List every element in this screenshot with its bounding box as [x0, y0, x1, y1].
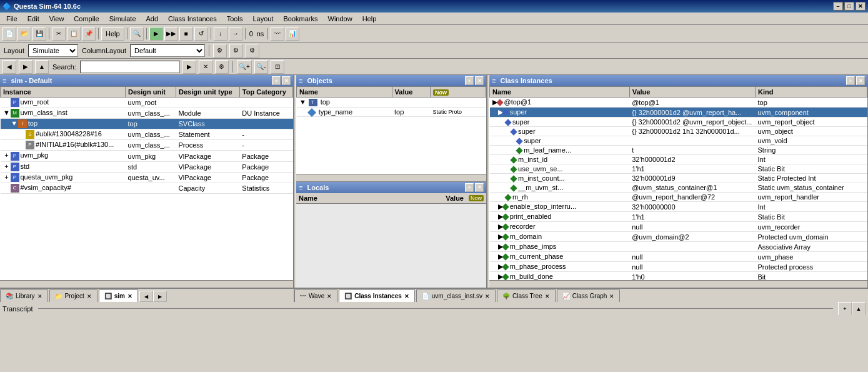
- search-opt[interactable]: ⚙: [215, 60, 229, 74]
- instance-row[interactable]: +Pstd std VlPackage Package: [1, 161, 293, 172]
- toggle-icon[interactable]: +: [3, 151, 11, 159]
- ci-row[interactable]: use_uvm_se... 1'h1 Static Bit: [490, 164, 867, 174]
- layout-combo[interactable]: Simulate: [28, 44, 78, 57]
- tab-sim[interactable]: 🔲 sim ✕: [99, 289, 138, 302]
- instance-row[interactable]: +Pquesta_uvm_pkg questa_uv... VlPackage …: [1, 172, 293, 183]
- ci-hscroll[interactable]: [489, 280, 867, 288]
- ci-row[interactable]: ▶m_build_done 1'h0 Bit: [490, 272, 867, 281]
- ci-row[interactable]: super {} 32h000001d2 @uvm_report_object.…: [490, 118, 867, 127]
- stop-button[interactable]: ■: [179, 27, 193, 41]
- obj-row-type-name[interactable]: type_name top Static Proto: [297, 108, 486, 117]
- instance-row[interactable]: P#INITIAL#16(#ublk#130... uvm_class_... …: [1, 140, 293, 151]
- copy-button[interactable]: 📋: [67, 27, 81, 41]
- tab-class-instances[interactable]: 🔲 Class Instances ✕: [339, 289, 415, 302]
- tab-ci-close[interactable]: ✕: [404, 293, 409, 299]
- tab-wave-close[interactable]: ✕: [327, 293, 332, 299]
- instance-close-button[interactable]: ✕: [282, 76, 291, 85]
- zoom-fit[interactable]: ⊡: [271, 60, 284, 74]
- objects-float[interactable]: +: [465, 76, 474, 85]
- forward-button[interactable]: ▶: [19, 60, 32, 74]
- layout-btn1[interactable]: ⚙: [213, 44, 227, 58]
- ci-row[interactable]: __m_uvm_st... @uvm_status_container@1 St…: [490, 183, 867, 193]
- tab-graph-close[interactable]: ✕: [609, 293, 614, 299]
- ci-close[interactable]: ✕: [856, 76, 865, 85]
- tab-wave[interactable]: 〰 Wave ✕: [294, 289, 337, 302]
- ci-row[interactable]: ▶m_current_phase null uvm_phase: [490, 252, 867, 262]
- restart-button[interactable]: ↺: [194, 27, 208, 41]
- paste-button[interactable]: 📌: [82, 27, 96, 41]
- layout-btn3[interactable]: ⚙: [246, 44, 259, 58]
- toggle-icon[interactable]: +: [3, 163, 11, 170]
- instance-float-button[interactable]: +: [272, 76, 281, 85]
- menu-layout[interactable]: Layout: [247, 14, 278, 24]
- compile-button[interactable]: ▶: [149, 27, 163, 41]
- menu-window[interactable]: Window: [323, 14, 357, 24]
- tab-scroll-left[interactable]: ◀: [139, 291, 153, 302]
- status-expand[interactable]: ▲: [852, 302, 866, 316]
- tab-class-graph[interactable]: 📈 Class Graph ✕: [557, 289, 621, 302]
- search-input[interactable]: [80, 61, 180, 73]
- toggle-icon[interactable]: ▼: [11, 119, 18, 127]
- save-button[interactable]: 💾: [32, 27, 46, 41]
- menu-tools[interactable]: Tools: [222, 14, 248, 24]
- close-button[interactable]: ✕: [856, 2, 866, 11]
- tab-library[interactable]: 📚 Library ✕: [0, 289, 48, 302]
- next-button[interactable]: →: [229, 27, 242, 41]
- instance-row[interactable]: S#ublk#130048228#16 uvm_class_... Statem…: [1, 129, 293, 140]
- signal-button[interactable]: 📊: [286, 27, 299, 41]
- instance-row[interactable]: ▼Itop top SVClass: [1, 119, 293, 129]
- help-button[interactable]: Help: [101, 27, 124, 41]
- menu-help[interactable]: Help: [357, 14, 382, 24]
- tab-tree-close[interactable]: ✕: [545, 293, 550, 299]
- tab-sv-close[interactable]: ✕: [485, 293, 490, 299]
- menu-edit[interactable]: Edit: [22, 14, 44, 24]
- ci-row[interactable]: super uvm_void: [490, 136, 867, 146]
- menu-view[interactable]: View: [44, 14, 69, 24]
- tab-sim-close[interactable]: ✕: [127, 293, 132, 299]
- tab-project[interactable]: 📁 Project ✕: [49, 289, 97, 302]
- search-go[interactable]: ▶: [182, 60, 196, 74]
- ci-row[interactable]: m_inst_count... 32'h000001d9 Static Prot…: [490, 174, 867, 183]
- toggle-icon[interactable]: +: [3, 173, 11, 181]
- ci-row[interactable]: ▶enable_stop_interru... 32'h00000000 Int: [490, 202, 867, 212]
- tab-project-close[interactable]: ✕: [87, 293, 92, 299]
- title-bar-controls[interactable]: – □ ✕: [833, 2, 866, 11]
- locals-float[interactable]: +: [465, 183, 474, 192]
- menu-add[interactable]: Add: [141, 14, 164, 24]
- zoom-out[interactable]: 🔍-: [254, 60, 268, 74]
- ci-row[interactable]: m_rh @uvm_report_handler@72 uvm_report_h…: [490, 193, 867, 202]
- instance-row[interactable]: ▼Muvm_class_inst uvm_class_... Module DU…: [1, 108, 293, 119]
- instance-row[interactable]: C#vsim_capacity# Capacity Statistics: [1, 183, 293, 193]
- obj-row-top[interactable]: ▼ T top: [297, 98, 486, 108]
- ci-row[interactable]: ▶m_phase_process null Protected process: [490, 262, 867, 272]
- open-button[interactable]: 📂: [17, 27, 31, 41]
- toggle-icon[interactable]: ▼: [3, 109, 11, 116]
- ci-float[interactable]: +: [846, 76, 855, 85]
- ci-row[interactable]: super {} 32h000001d2 1h1 32h000001d... u…: [490, 127, 867, 136]
- instance-row[interactable]: +Puvm_pkg uvm_pkg VlPackage Package: [1, 151, 293, 161]
- tab-uvm-sv[interactable]: 📄 uvm_class_inst.sv ✕: [416, 289, 496, 302]
- menu-simulate[interactable]: Simulate: [104, 14, 141, 24]
- column-combo[interactable]: Default: [130, 44, 205, 57]
- cut-button[interactable]: ✂: [52, 27, 66, 41]
- tab-scroll-right[interactable]: ▶: [153, 291, 167, 302]
- new-button[interactable]: 📄: [2, 27, 16, 41]
- objects-close[interactable]: ✕: [475, 76, 484, 85]
- status-float[interactable]: +: [838, 302, 852, 316]
- ci-row[interactable]: m_leaf_name... t String: [490, 146, 867, 155]
- instance-hscroll[interactable]: [0, 280, 293, 288]
- instance-row[interactable]: Puvm_root uvm_root: [1, 98, 293, 108]
- ci-row[interactable]: ▶m_phase_imps Associative Array: [490, 242, 867, 252]
- locals-close[interactable]: ✕: [475, 183, 484, 192]
- step-button[interactable]: ↓: [214, 27, 227, 41]
- ci-row[interactable]: ▶super {} 32h000001d2 @uvm_report_ha... …: [490, 108, 867, 118]
- search-button[interactable]: 🔍: [130, 27, 144, 41]
- menu-bookmarks[interactable]: Bookmarks: [278, 14, 322, 24]
- ci-row[interactable]: ▶print_enabled 1'h1 Static Bit: [490, 212, 867, 222]
- wave-button[interactable]: 〰: [271, 27, 284, 41]
- layout-btn2[interactable]: ⚙: [229, 44, 243, 58]
- ci-row[interactable]: ▶recorder null uvm_recorder: [490, 222, 867, 232]
- ci-row[interactable]: ▶m_domain @uvm_domain@2 Protected uvm_do…: [490, 232, 867, 242]
- objects-hscroll[interactable]: [296, 174, 486, 181]
- zoom-in[interactable]: 🔍+: [237, 60, 252, 74]
